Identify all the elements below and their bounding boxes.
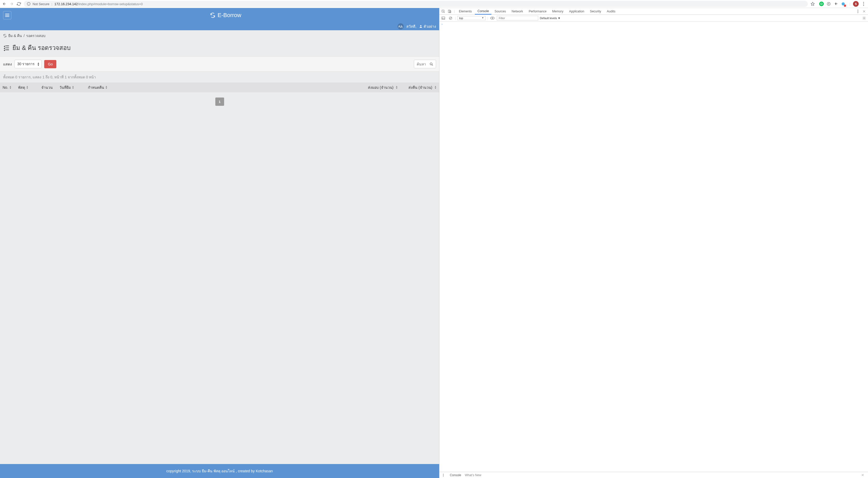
console-body[interactable]: › xyxy=(439,22,868,472)
svg-marker-3 xyxy=(811,2,814,5)
browser-menu-icon[interactable] xyxy=(861,2,866,6)
forward-button[interactable] xyxy=(9,2,14,6)
menu-toggle-button[interactable] xyxy=(3,11,11,20)
close-icon[interactable] xyxy=(861,10,867,13)
profile-avatar[interactable]: S xyxy=(853,1,859,7)
svg-point-17 xyxy=(858,9,859,10)
extension-icon[interactable] xyxy=(834,2,838,6)
app-header: E-Borrow Aあ สวัสดี, ตัวอย่าง xyxy=(0,8,439,30)
language-button[interactable]: Aあ xyxy=(398,23,404,29)
tab-performance[interactable]: Performance xyxy=(526,8,549,14)
app-title: E-Borrow xyxy=(15,12,436,19)
breadcrumb: ยืม & คืน / รอตรวจสอบ xyxy=(0,30,439,41)
extension-icon[interactable] xyxy=(826,2,831,6)
svg-point-12 xyxy=(430,63,432,65)
per-page-select[interactable]: 30 รายการ ▲▼ xyxy=(14,60,42,68)
live-expression-icon[interactable] xyxy=(490,17,495,20)
tab-security[interactable]: Security xyxy=(587,8,603,14)
url-path: /index.php#module=borrow-setup&status=0 xyxy=(78,2,143,6)
svg-rect-22 xyxy=(442,17,445,19)
breadcrumb-root[interactable]: ยืม & คืน xyxy=(8,33,22,38)
settings-icon[interactable] xyxy=(861,16,867,20)
go-button[interactable]: Go xyxy=(44,60,56,68)
show-label: แสดง xyxy=(3,61,12,67)
info-icon xyxy=(27,2,31,6)
devtools-menu-icon[interactable] xyxy=(855,9,861,13)
devtools-drawer: Console What's New xyxy=(439,472,868,478)
clear-console-icon[interactable] xyxy=(448,16,454,20)
list-status: ทั้งหมด 0 รายการ, แสดง 1 ถึง 0, หน้าที่ … xyxy=(0,72,439,83)
app-footer: copyright 2019, ระบบ ยืม-คืน พัสดุ ออนไล… xyxy=(0,464,439,478)
bookmark-star-icon[interactable] xyxy=(810,2,815,6)
back-button[interactable] xyxy=(2,2,7,6)
console-toolbar: | top▼ | Default levels ▼ xyxy=(439,15,868,22)
drawer-menu-icon[interactable] xyxy=(440,474,446,477)
devtools-tabs: | Elements Console Sources Network Perfo… xyxy=(439,8,868,15)
user-icon xyxy=(419,25,423,28)
svg-point-27 xyxy=(492,18,493,19)
list-toolbar: แสดง 30 รายการ ▲▼ Go xyxy=(0,56,439,72)
svg-point-4 xyxy=(820,3,822,5)
svg-point-28 xyxy=(864,18,865,19)
tab-audits[interactable]: Audits xyxy=(604,8,618,14)
svg-line-25 xyxy=(450,17,452,19)
search-input[interactable] xyxy=(414,60,436,68)
svg-line-13 xyxy=(432,64,433,65)
col-borrow-date[interactable]: วันที่ยืม▲▼ xyxy=(59,85,88,90)
col-no[interactable]: No.▲▼ xyxy=(3,85,18,90)
reload-button[interactable] xyxy=(17,2,21,6)
log-levels-select[interactable]: Default levels ▼ xyxy=(540,17,560,20)
tab-network[interactable]: Network xyxy=(509,8,526,14)
drawer-tab-console[interactable]: Console xyxy=(450,473,461,477)
col-asset[interactable]: พัสดุ▲▼ xyxy=(18,85,41,90)
refresh-icon xyxy=(210,12,216,18)
svg-point-29 xyxy=(443,474,443,474)
svg-point-30 xyxy=(443,475,443,475)
tab-application[interactable]: Application xyxy=(566,8,587,14)
tab-sources[interactable]: Sources xyxy=(492,8,508,14)
col-due-date[interactable]: กำหนดคืน▲▼ xyxy=(88,85,119,90)
svg-point-9 xyxy=(863,3,864,4)
extension-icon[interactable] xyxy=(819,2,824,6)
svg-point-19 xyxy=(858,12,859,13)
breadcrumb-current: รอตรวจสอบ xyxy=(26,33,45,38)
context-select[interactable]: top▼ xyxy=(457,16,486,20)
checklist-icon xyxy=(3,44,10,51)
app-pane: E-Borrow Aあ สวัสดี, ตัวอย่าง ยืม & คืน /… xyxy=(0,8,439,478)
device-toggle-icon[interactable] xyxy=(447,9,452,13)
browser-toolbar: Not Secure | 172.16.234.142/index.php#mo… xyxy=(0,0,868,8)
pagination: 1 xyxy=(0,92,439,464)
filter-input[interactable] xyxy=(497,16,538,21)
svg-point-31 xyxy=(443,476,443,476)
search-icon xyxy=(430,62,433,66)
col-qty: จำนวน xyxy=(41,85,59,90)
url-host: 172.16.234.142 xyxy=(54,2,78,6)
extensions xyxy=(817,2,847,6)
greeting-text: สวัสดี, xyxy=(406,24,416,29)
not-secure-label: Not Secure xyxy=(33,2,50,6)
page-title: ยืม & คืน รอตรวจสอบ xyxy=(0,41,439,56)
extension-icon[interactable] xyxy=(841,2,845,6)
table-header: No.▲▼ พัสดุ▲▼ จำนวน วันที่ยืม▲▼ กำหนดคืน… xyxy=(0,83,439,92)
refresh-icon xyxy=(3,34,7,37)
svg-point-10 xyxy=(863,5,864,6)
tab-memory[interactable]: Memory xyxy=(550,8,566,14)
drawer-tab-whats-new[interactable]: What's New xyxy=(465,473,481,477)
devtools-pane: | Elements Console Sources Network Perfo… xyxy=(439,8,868,478)
svg-point-6 xyxy=(828,3,829,4)
address-bar[interactable]: Not Secure | 172.16.234.142/index.php#mo… xyxy=(24,1,808,7)
col-returned[interactable]: ส่งคืน (จำนวน)▲▼ xyxy=(398,85,437,90)
svg-point-8 xyxy=(863,2,864,3)
toggle-drawer-icon[interactable] xyxy=(440,17,446,20)
svg-point-18 xyxy=(858,11,859,12)
svg-rect-15 xyxy=(448,10,450,12)
user-menu[interactable]: ตัวอย่าง xyxy=(419,24,436,29)
page-button[interactable]: 1 xyxy=(215,97,224,106)
inspect-icon[interactable] xyxy=(440,9,446,13)
tab-elements[interactable]: Elements xyxy=(456,8,474,14)
console-prompt: › xyxy=(441,23,442,26)
svg-point-11 xyxy=(420,25,422,26)
close-icon[interactable] xyxy=(860,474,865,476)
tab-console[interactable]: Console xyxy=(475,8,491,14)
col-delivered[interactable]: ส่งมอบ (จำนวน)▲▼ xyxy=(119,85,398,90)
